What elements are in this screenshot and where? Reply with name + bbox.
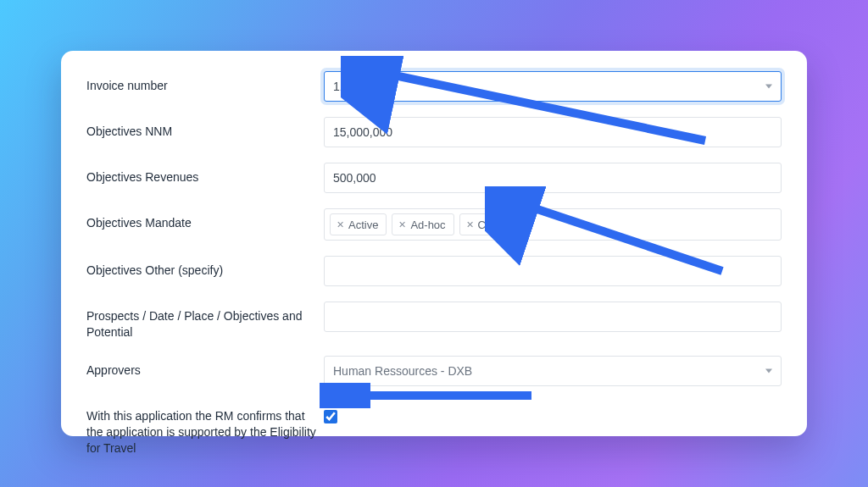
chevron-down-icon (765, 368, 772, 373)
mandate-tag-label: Classic (478, 219, 514, 231)
mandate-tag[interactable]: ✕Ad-hoc (392, 213, 453, 235)
label-approvers: Approvers (86, 356, 324, 379)
label-confirmation: With this application the RM confirms th… (86, 401, 324, 457)
chevron-down-icon (765, 85, 772, 89)
label-prospects: Prospects / Date / Place / Objectives an… (86, 302, 324, 340)
row-approvers: Approvers Human Ressources - DXB (86, 356, 782, 386)
mandate-tag-label: Active (348, 219, 378, 231)
row-invoice-number: Invoice number 1121 (86, 71, 782, 102)
mandate-tag[interactable]: ✕Classic (459, 213, 522, 235)
close-icon[interactable]: ✕ (398, 220, 406, 230)
close-icon[interactable]: ✕ (337, 220, 344, 230)
label-invoice-number: Invoice number (86, 71, 324, 94)
objectives-mandate-tags[interactable]: ✕Active✕Ad-hoc✕Classic (324, 208, 782, 241)
row-objectives-mandate: Objectives Mandate ✕Active✕Ad-hoc✕Classi… (86, 208, 782, 241)
label-objectives-other: Objectives Other (specify) (86, 256, 324, 279)
objectives-nnm-input[interactable]: 15,000,000 (324, 117, 782, 147)
label-objectives-revenues: Objectives Revenues (86, 163, 324, 185)
invoice-number-value: 1121 (333, 80, 359, 93)
objectives-nnm-value: 15,000,000 (333, 125, 392, 139)
row-objectives-nnm: Objectives NNM 15,000,000 (86, 117, 782, 147)
row-objectives-other: Objectives Other (specify) (86, 256, 782, 286)
mandate-tag-label: Ad-hoc (410, 219, 445, 231)
form-card: Invoice number 1121 Objectives NNM 15,00… (61, 51, 807, 436)
row-prospects: Prospects / Date / Place / Objectives an… (86, 302, 782, 340)
label-objectives-nnm: Objectives NNM (86, 117, 324, 140)
objectives-revenues-input[interactable]: 500,000 (324, 163, 782, 193)
approvers-select[interactable]: Human Ressources - DXB (324, 356, 782, 386)
confirmation-checkbox[interactable] (324, 410, 337, 423)
mandate-tag[interactable]: ✕Active (330, 213, 387, 235)
invoice-number-select[interactable]: 1121 (324, 71, 782, 102)
row-objectives-revenues: Objectives Revenues 500,000 (86, 163, 782, 193)
objectives-other-input[interactable] (324, 256, 782, 286)
close-icon[interactable]: ✕ (466, 220, 474, 230)
prospects-input[interactable] (324, 302, 782, 332)
approvers-value: Human Ressources - DXB (333, 364, 472, 378)
row-confirmation: With this application the RM confirms th… (86, 401, 782, 457)
objectives-revenues-value: 500,000 (333, 171, 376, 185)
label-objectives-mandate: Objectives Mandate (86, 208, 324, 231)
